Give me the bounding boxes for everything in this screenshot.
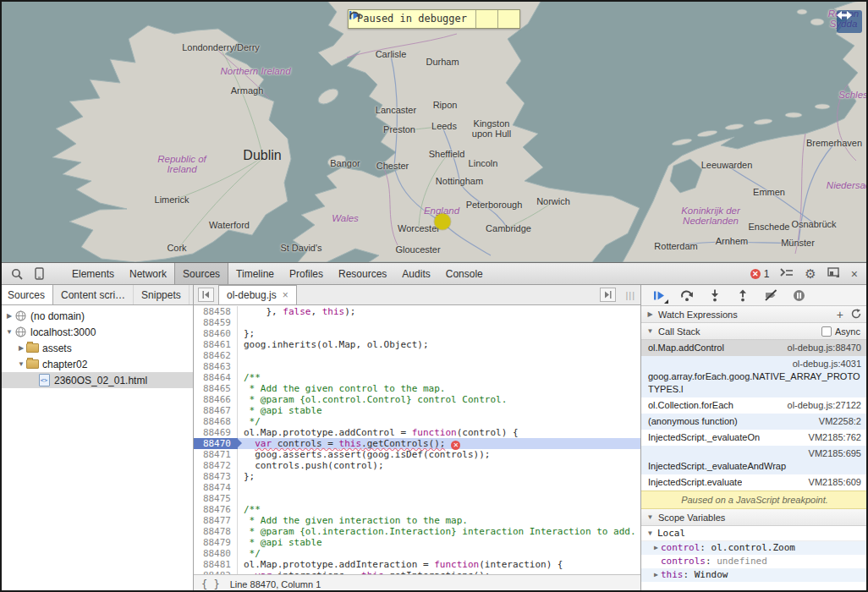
disclosure-triangle-icon[interactable]: ▼ [5, 328, 14, 336]
watch-expressions-header[interactable]: ▶ Watch Expressions + [641, 306, 868, 323]
pause-on-exceptions-button[interactable] [791, 288, 806, 303]
disclosure-triangle-icon[interactable]: ▶ [651, 541, 661, 555]
fullscreen-toggle-button[interactable] [837, 10, 862, 33]
devtools-tab-profiles[interactable]: Profiles [282, 263, 331, 284]
code-editor-area[interactable]: 88458 }, false, this);8845988460};88461g… [194, 305, 640, 574]
call-stack-frame[interactable]: VM2185:695InjectedScript._evaluateAndWra… [641, 446, 868, 474]
step-out-button[interactable] [735, 288, 750, 303]
scroll-tabs-right-button[interactable] [600, 288, 616, 302]
scope-variables-header[interactable]: ▼ Scope Variables [641, 509, 868, 526]
scope-variable-row[interactable]: ▶this: Window [641, 568, 868, 582]
sidebar-tab-sources[interactable]: Sources [0, 285, 53, 304]
code-line[interactable]: 88480 */ [194, 548, 640, 559]
line-number[interactable]: 88472 [194, 460, 238, 471]
settings-button[interactable]: ⚙ [805, 266, 816, 282]
code-line[interactable]: 88467 * @api stable [194, 405, 640, 416]
code-line[interactable]: 88461goog.inherits(ol.Map, ol.Object); [194, 339, 640, 350]
deactivate-breakpoints-button[interactable] [763, 288, 778, 303]
async-checkbox[interactable] [821, 326, 832, 337]
line-number[interactable]: 88458 [194, 306, 238, 317]
sidebar-tab-snippets[interactable]: Snippets [134, 285, 190, 304]
line-number[interactable]: 88459 [194, 317, 238, 328]
devtools-tab-sources[interactable]: Sources [174, 263, 228, 284]
devtools-tab-resources[interactable]: Resources [331, 263, 394, 284]
more-tabs-icon[interactable]: ||| [625, 290, 635, 300]
line-number[interactable]: 88481 [194, 559, 238, 570]
line-number[interactable]: 88468 [194, 416, 238, 427]
add-watch-button[interactable]: + [837, 308, 843, 321]
devtools-tab-audits[interactable]: Audits [394, 263, 437, 284]
line-number[interactable]: 88479 [194, 537, 238, 548]
call-stack-frame[interactable]: ol.Map.addControlol-debug.js:88470 [641, 340, 868, 356]
step-into-button[interactable] [707, 288, 722, 303]
disclosure-triangle-icon[interactable]: ▼ [17, 360, 25, 368]
code-line[interactable]: 88471 goog.asserts.assert(goog.isDef(con… [194, 449, 640, 460]
line-number[interactable]: 88471 [194, 449, 238, 460]
call-stack-frame[interactable]: (anonymous function)VM2258:2 [641, 414, 868, 430]
console-drawer-button[interactable] [780, 267, 794, 280]
code-line[interactable]: 88464/** [194, 372, 640, 383]
line-number[interactable]: 88482 [194, 570, 238, 574]
devtools-tab-console[interactable]: Console [438, 263, 491, 284]
devtools-tab-timeline[interactable]: Timeline [228, 263, 282, 284]
map-viewport[interactable]: Londonderry/DerryNorthern IrelandArmaghC… [0, 0, 868, 262]
sidebar-tab-content-scri-[interactable]: Content scri… [53, 285, 134, 304]
refresh-watch-button[interactable] [851, 309, 861, 321]
line-number[interactable]: 88460 [194, 328, 238, 339]
execution-line[interactable]: 88470 var controls = this.getControls();… [194, 438, 640, 449]
code-line[interactable]: 88478 * @param {ol.interaction.Interacti… [194, 526, 640, 537]
code-line[interactable]: 88468 */ [194, 416, 640, 427]
call-stack-header[interactable]: ▼ Call Stack Async [641, 323, 868, 340]
line-number[interactable]: 88476 [194, 504, 238, 515]
code-line[interactable]: 88466 * @param {ol.control.Control} cont… [194, 394, 640, 405]
call-stack-frame[interactable]: InjectedScript.evaluateVM2185:609 [641, 474, 868, 491]
code-line[interactable]: 88474 [194, 482, 640, 493]
line-number[interactable]: 88462 [194, 350, 238, 361]
code-line[interactable]: 88460}; [194, 328, 640, 339]
code-line[interactable]: 88462 [194, 350, 640, 361]
code-line[interactable]: 88463 [194, 361, 640, 372]
resume-script-button[interactable] [475, 10, 497, 28]
code-line[interactable]: 88476/** [194, 504, 640, 515]
line-number[interactable]: 88463 [194, 361, 238, 372]
code-line[interactable]: 88458 }, false, this); [194, 306, 640, 317]
code-line[interactable]: 88465 * Add the given control to the map… [194, 383, 640, 394]
resume-button[interactable] [651, 288, 667, 303]
call-stack-frame[interactable]: ol.Collection.forEachol-debug.js:27122 [641, 397, 868, 414]
devtools-tab-network[interactable]: Network [122, 263, 174, 284]
line-number[interactable]: 88467 [194, 405, 238, 416]
search-button[interactable] [8, 266, 25, 282]
code-line[interactable]: 88475 [194, 493, 640, 504]
breakpoint-line-number[interactable]: 88470 [194, 438, 238, 449]
error-count-badge[interactable]: ✕ 1 [750, 268, 770, 280]
tree-item-assets[interactable]: ▶assets [0, 340, 193, 356]
code-line[interactable]: 88481ol.Map.prototype.addInteraction = f… [194, 559, 640, 570]
code-line[interactable]: 88473}; [194, 471, 640, 482]
dock-side-button[interactable] [827, 267, 840, 280]
tree-item-chapter02[interactable]: ▼chapter02 [0, 356, 193, 372]
tree-item-2360os_02_01-html[interactable]: <>2360OS_02_01.html [0, 372, 193, 388]
scroll-tabs-left-button[interactable] [198, 288, 214, 302]
code-line[interactable]: 88469ol.Map.prototype.addControl = funct… [194, 427, 640, 438]
scope-variable-row[interactable]: ▶control: ol.control.Zoom [641, 541, 868, 555]
scope-group-local[interactable]: ▼ Local [641, 526, 868, 541]
tree-item--no-domain-[interactable]: ▶(no domain) [0, 308, 193, 324]
close-devtools-button[interactable]: × [851, 267, 858, 281]
tree-item-localhost-3000[interactable]: ▼localhost:3000 [0, 324, 193, 340]
line-number[interactable]: 88466 [194, 394, 238, 405]
pretty-print-button[interactable]: { } [201, 578, 220, 590]
call-stack-frame[interactable]: ol-debug.js:4031goog.array.forEach.goog.… [641, 356, 868, 397]
line-number[interactable]: 88469 [194, 427, 238, 438]
line-number[interactable]: 88464 [194, 372, 238, 383]
line-number[interactable]: 88465 [194, 383, 238, 394]
disclosure-triangle-icon[interactable]: ▶ [5, 312, 14, 320]
close-tab-icon[interactable]: × [283, 289, 288, 301]
line-number[interactable]: 88478 [194, 526, 238, 537]
line-number[interactable]: 88477 [194, 515, 238, 526]
devtools-tab-elements[interactable]: Elements [64, 263, 122, 284]
line-number[interactable]: 88474 [194, 482, 238, 493]
disclosure-triangle-icon[interactable]: ▶ [651, 568, 661, 582]
line-number[interactable]: 88475 [194, 493, 238, 504]
scope-variable-row[interactable]: controls: undefined [641, 555, 868, 568]
line-number[interactable]: 88461 [194, 339, 238, 350]
